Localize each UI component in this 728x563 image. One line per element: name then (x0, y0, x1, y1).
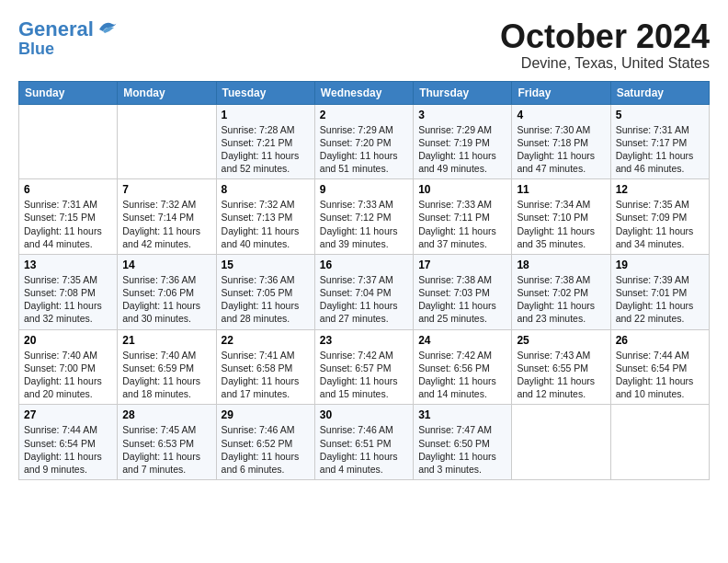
calendar-cell: 4Sunrise: 7:30 AMSunset: 7:18 PMDaylight… (512, 104, 610, 179)
day-number: 28 (122, 408, 210, 421)
logo-bird-icon (96, 18, 121, 39)
day-info: Sunrise: 7:32 AMSunset: 7:13 PMDaylight:… (222, 198, 310, 250)
day-info: Sunrise: 7:44 AMSunset: 6:54 PMDaylight:… (616, 349, 704, 401)
calendar-body: 1Sunrise: 7:28 AMSunset: 7:21 PMDaylight… (19, 104, 710, 479)
day-number: 31 (418, 408, 506, 421)
header-cell-monday: Monday (118, 81, 216, 104)
page-header: General Blue October 2024 Devine, Texas,… (18, 18, 710, 72)
day-info: Sunrise: 7:35 AMSunset: 7:09 PMDaylight:… (616, 198, 704, 250)
day-number: 23 (320, 334, 408, 347)
calendar-cell (19, 104, 118, 179)
header-cell-sunday: Sunday (19, 81, 118, 104)
calendar-week-3: 13Sunrise: 7:35 AMSunset: 7:08 PMDayligh… (19, 254, 710, 329)
day-number: 27 (24, 408, 112, 421)
logo-line1: General (18, 17, 94, 40)
day-number: 19 (616, 259, 704, 271)
calendar-cell: 7Sunrise: 7:32 AMSunset: 7:14 PMDaylight… (118, 179, 216, 255)
calendar-cell: 13Sunrise: 7:35 AMSunset: 7:08 PMDayligh… (19, 254, 118, 329)
calendar-cell: 20Sunrise: 7:40 AMSunset: 7:00 PMDayligh… (19, 329, 118, 405)
day-info: Sunrise: 7:36 AMSunset: 7:06 PMDaylight:… (122, 273, 210, 326)
day-number: 11 (517, 183, 605, 196)
day-info: Sunrise: 7:33 AMSunset: 7:11 PMDaylight:… (418, 198, 506, 250)
day-info: Sunrise: 7:42 AMSunset: 6:56 PMDaylight:… (418, 349, 506, 401)
day-number: 20 (24, 334, 112, 347)
day-info: Sunrise: 7:36 AMSunset: 7:05 PMDaylight:… (222, 273, 310, 326)
location-title: Devine, Texas, United States (500, 55, 710, 72)
day-number: 30 (320, 408, 408, 421)
day-number: 14 (122, 259, 210, 271)
calendar-cell: 26Sunrise: 7:44 AMSunset: 6:54 PMDayligh… (610, 329, 709, 405)
calendar-cell: 27Sunrise: 7:44 AMSunset: 6:54 PMDayligh… (19, 405, 118, 480)
day-number: 18 (517, 259, 605, 271)
calendar-cell: 16Sunrise: 7:37 AMSunset: 7:04 PMDayligh… (314, 254, 413, 329)
day-info: Sunrise: 7:42 AMSunset: 6:57 PMDaylight:… (320, 349, 408, 401)
calendar-cell (610, 405, 709, 480)
calendar-cell: 8Sunrise: 7:32 AMSunset: 7:13 PMDaylight… (216, 179, 314, 255)
day-number: 4 (517, 109, 605, 121)
day-info: Sunrise: 7:44 AMSunset: 6:54 PMDaylight:… (24, 423, 112, 476)
day-info: Sunrise: 7:38 AMSunset: 7:03 PMDaylight:… (418, 273, 506, 326)
calendar-cell: 24Sunrise: 7:42 AMSunset: 6:56 PMDayligh… (414, 329, 512, 405)
header-cell-thursday: Thursday (414, 81, 512, 104)
calendar-cell: 18Sunrise: 7:38 AMSunset: 7:02 PMDayligh… (512, 254, 610, 329)
header-cell-wednesday: Wednesday (314, 81, 413, 104)
calendar-cell: 15Sunrise: 7:36 AMSunset: 7:05 PMDayligh… (216, 254, 314, 329)
day-info: Sunrise: 7:35 AMSunset: 7:08 PMDaylight:… (24, 273, 112, 326)
calendar-week-1: 1Sunrise: 7:28 AMSunset: 7:21 PMDaylight… (19, 104, 710, 179)
calendar-week-2: 6Sunrise: 7:31 AMSunset: 7:15 PMDaylight… (19, 179, 710, 255)
logo: General Blue (18, 18, 121, 59)
calendar-week-4: 20Sunrise: 7:40 AMSunset: 7:00 PMDayligh… (19, 329, 710, 405)
calendar-cell: 23Sunrise: 7:42 AMSunset: 6:57 PMDayligh… (314, 329, 413, 405)
day-info: Sunrise: 7:32 AMSunset: 7:14 PMDaylight:… (122, 198, 210, 250)
day-info: Sunrise: 7:47 AMSunset: 6:50 PMDaylight:… (418, 423, 506, 476)
day-info: Sunrise: 7:40 AMSunset: 6:59 PMDaylight:… (122, 349, 210, 401)
calendar-cell: 21Sunrise: 7:40 AMSunset: 6:59 PMDayligh… (118, 329, 216, 405)
day-number: 1 (222, 109, 310, 121)
day-number: 29 (222, 408, 310, 421)
day-number: 12 (616, 183, 704, 196)
day-info: Sunrise: 7:29 AMSunset: 7:20 PMDaylight:… (320, 123, 408, 176)
day-number: 6 (24, 183, 112, 196)
day-number: 9 (320, 183, 408, 196)
day-number: 5 (616, 109, 704, 121)
day-info: Sunrise: 7:45 AMSunset: 6:53 PMDaylight:… (122, 423, 210, 476)
day-info: Sunrise: 7:43 AMSunset: 6:55 PMDaylight:… (517, 349, 605, 401)
calendar-cell: 6Sunrise: 7:31 AMSunset: 7:15 PMDaylight… (19, 179, 118, 255)
calendar-cell: 31Sunrise: 7:47 AMSunset: 6:50 PMDayligh… (414, 405, 512, 480)
calendar-cell: 28Sunrise: 7:45 AMSunset: 6:53 PMDayligh… (118, 405, 216, 480)
calendar-cell: 19Sunrise: 7:39 AMSunset: 7:01 PMDayligh… (610, 254, 709, 329)
day-number: 21 (122, 334, 210, 347)
calendar-cell: 14Sunrise: 7:36 AMSunset: 7:06 PMDayligh… (118, 254, 216, 329)
month-title: October 2024 (500, 18, 710, 55)
day-number: 24 (418, 334, 506, 347)
day-number: 7 (122, 183, 210, 196)
header-cell-saturday: Saturday (610, 81, 709, 104)
header-cell-friday: Friday (512, 81, 610, 104)
calendar-week-5: 27Sunrise: 7:44 AMSunset: 6:54 PMDayligh… (19, 405, 710, 480)
calendar-cell: 12Sunrise: 7:35 AMSunset: 7:09 PMDayligh… (610, 179, 709, 255)
day-info: Sunrise: 7:31 AMSunset: 7:15 PMDaylight:… (24, 198, 112, 250)
calendar-cell (512, 405, 610, 480)
day-number: 16 (320, 259, 408, 271)
day-number: 2 (320, 109, 408, 121)
day-info: Sunrise: 7:34 AMSunset: 7:10 PMDaylight:… (517, 198, 605, 250)
day-info: Sunrise: 7:46 AMSunset: 6:52 PMDaylight:… (222, 423, 310, 476)
day-info: Sunrise: 7:30 AMSunset: 7:18 PMDaylight:… (517, 123, 605, 176)
calendar-header: SundayMondayTuesdayWednesdayThursdayFrid… (19, 81, 710, 104)
day-info: Sunrise: 7:46 AMSunset: 6:51 PMDaylight:… (320, 423, 408, 476)
calendar-cell: 30Sunrise: 7:46 AMSunset: 6:51 PMDayligh… (314, 405, 413, 480)
logo-line2: Blue (18, 40, 54, 59)
calendar-cell: 29Sunrise: 7:46 AMSunset: 6:52 PMDayligh… (216, 405, 314, 480)
header-cell-tuesday: Tuesday (216, 81, 314, 104)
header-row: SundayMondayTuesdayWednesdayThursdayFrid… (19, 81, 710, 104)
calendar-cell: 10Sunrise: 7:33 AMSunset: 7:11 PMDayligh… (414, 179, 512, 255)
day-number: 8 (222, 183, 310, 196)
calendar-cell: 25Sunrise: 7:43 AMSunset: 6:55 PMDayligh… (512, 329, 610, 405)
calendar-cell (118, 104, 216, 179)
day-info: Sunrise: 7:31 AMSunset: 7:17 PMDaylight:… (616, 123, 704, 176)
day-number: 10 (418, 183, 506, 196)
calendar-cell: 22Sunrise: 7:41 AMSunset: 6:58 PMDayligh… (216, 329, 314, 405)
day-number: 17 (418, 259, 506, 271)
day-number: 22 (222, 334, 310, 347)
day-info: Sunrise: 7:38 AMSunset: 7:02 PMDaylight:… (517, 273, 605, 326)
